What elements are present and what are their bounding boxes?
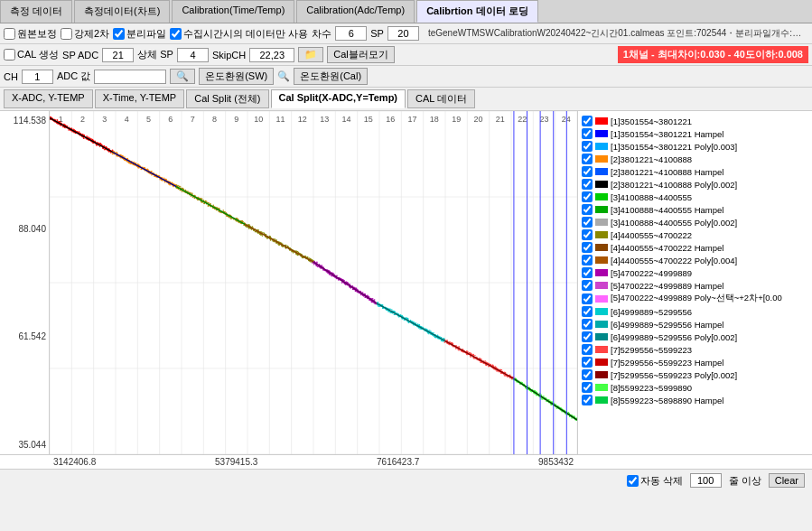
sp-adc-input[interactable] [102,48,134,62]
sang-sp-label: 상체 SP [137,48,173,61]
legend-color-swatch [595,308,608,315]
legend-checkbox[interactable] [582,306,593,317]
tab-calibration-adc-temp[interactable]: Calibration(Adc/Temp) [296,0,415,23]
legend-item: [6]4999889~5299556 Poly[0.002] [582,331,808,343]
legend-checkbox[interactable] [582,255,593,266]
toolbar-row-2: CAL 생성 SP ADC 상체 SP SkipCH 📁 Cal블러모기 1채널… [0,44,812,66]
legend-checkbox[interactable] [582,128,593,139]
legend-checkbox[interactable] [582,280,593,291]
sp-input[interactable] [387,26,419,41]
legend-item: [3]4100888~4400555 Poly[0.002] [582,216,808,228]
temp-cal-button[interactable]: 온도환원(Cal) [294,68,368,85]
legend-text: [3]4100888~4400555 Hampel [611,205,723,215]
count-label: 차수 [312,27,331,41]
legend-color-swatch [595,244,608,251]
legend-text: [4]4400555~4700222 [611,230,692,240]
legend-text: [5]4700222~4999889 Hampel [611,281,723,291]
legend-color-swatch [595,359,608,366]
legend-checkbox[interactable] [582,369,593,380]
legend-color-swatch [595,333,608,340]
legend-checkbox[interactable] [582,331,593,342]
ch-label: CH [4,71,18,82]
legend-checkbox[interactable] [582,141,593,152]
sp-adc-label: SP ADC [62,50,98,61]
checkbox-auto-delete[interactable]: 자동 삭제 [627,474,683,488]
legend-item: [1]3501554~3801221 [582,115,808,127]
count-input[interactable] [335,26,367,41]
channel-info-bar: 1채널 - 최대차이:0.030 - 40도이하:0.008 [618,46,808,63]
legend-checkbox[interactable] [582,116,593,126]
legend-checkbox[interactable] [582,179,593,190]
cal-blur-button[interactable]: Cal블러모기 [327,46,395,63]
sang-sp-input[interactable] [177,48,209,62]
axis-tab-xtime-ytemp[interactable]: X-Time, Y-TEMP [95,89,185,108]
legend-item: [3]4100888~4400555 [582,191,808,203]
legend-checkbox[interactable] [582,217,593,228]
skip-ch-input[interactable] [249,48,294,62]
bottom-bar: 자동 삭제 줄 이상 Clear [0,469,812,491]
legend-checkbox[interactable] [582,242,593,253]
checkbox-split-file-input[interactable] [113,28,125,40]
legend-checkbox[interactable] [582,395,593,405]
chart-canvas [50,111,577,454]
legend-checkbox[interactable] [582,166,593,177]
legend-item: [7]5299556~5599223 [582,343,808,356]
legend-item: [2]3801221~4100888 Poly[0.002] [582,178,808,191]
axis-tab-xadc-ytemp[interactable]: X-ADC, Y-TEMP [4,89,93,108]
checkbox-original-correction[interactable]: 원본보정 [4,27,57,41]
tab-bar: 측정 데이터 측정데이터(차트) Calibration(Time/Temp) … [0,0,812,23]
adc-value-input[interactable] [94,70,166,84]
axis-tab-cal-data[interactable]: CAL 데이터 [407,89,475,108]
y-mid2-label: 61.542 [3,331,46,341]
legend-item: [4]4400555~4700222 Poly[0.004] [582,254,808,266]
legend-checkbox[interactable] [582,204,593,215]
legend-item: [2]3801221~4100888 [582,153,808,165]
checkbox-force-2nd[interactable]: 강제2차 [61,27,109,41]
axis-tab-cal-split-all[interactable]: Cal Split (전체) [186,89,268,108]
axis-tab-cal-split-xadc[interactable]: Cal Split(X-ADC,Y=Temp) [271,89,406,108]
legend-checkbox[interactable] [582,344,593,355]
legend-checkbox[interactable] [582,293,593,304]
tab-calibration-data-loading[interactable]: Calibrtion 데이터 로딩 [416,0,537,23]
checkbox-time-data[interactable]: 수집시간시의 데이터만 사용 [170,27,308,41]
legend-item: [1]3501554~3801221 Hampel [582,127,808,140]
rows-input[interactable] [690,473,722,488]
legend-text: [3]4100888~4400555 [611,192,692,202]
checkbox-auto-delete-input[interactable] [627,475,639,487]
folder-button[interactable]: 📁 [298,47,323,62]
checkbox-cal-generate-label: CAL 생성 [17,48,59,61]
legend-checkbox[interactable] [582,267,593,278]
tab-calibration-time-temp[interactable]: Calibration(Time/Temp) [172,0,294,23]
checkbox-split-file[interactable]: 분리파일 [113,27,166,41]
legend-checkbox[interactable] [582,229,593,240]
chart-inner [50,111,577,454]
legend-item: [6]4999889~5299556 [582,305,808,318]
legend-color-swatch [595,231,608,238]
clear-button[interactable]: Clear [769,473,805,488]
legend-color-swatch [595,143,608,150]
checkbox-cal-generate-input[interactable] [4,49,15,61]
legend-item: [4]4400555~4700222 [582,228,808,241]
tab-measurement-chart[interactable]: 측정데이터(차트) [74,0,170,23]
tab-measurement-data[interactable]: 측정 데이터 [0,0,72,23]
temp-sw-button[interactable]: 온도환원(SW) [199,68,274,85]
x-legend-spacer [577,455,812,469]
legend-color-swatch [595,168,608,175]
legend-text: [2]3801221~4100888 [611,154,692,164]
x-axis-spacer [0,455,50,469]
legend-checkbox[interactable] [582,319,593,330]
legend-checkbox[interactable] [582,357,593,368]
legend-checkbox[interactable] [582,382,593,393]
legend-color-swatch [595,321,608,328]
search-button[interactable]: 🔍 [170,69,195,84]
legend-item: [6]4999889~5299556 Hampel [582,318,808,331]
checkbox-force-2nd-input[interactable] [61,28,72,40]
legend-color-swatch [595,181,608,188]
legend-color-swatch [595,206,608,213]
checkbox-cal-generate[interactable]: CAL 생성 [4,48,59,61]
checkbox-original-correction-input[interactable] [4,28,15,40]
ch-input[interactable] [22,70,53,84]
checkbox-time-data-input[interactable] [170,28,182,40]
legend-checkbox[interactable] [582,191,593,202]
legend-checkbox[interactable] [582,154,593,164]
